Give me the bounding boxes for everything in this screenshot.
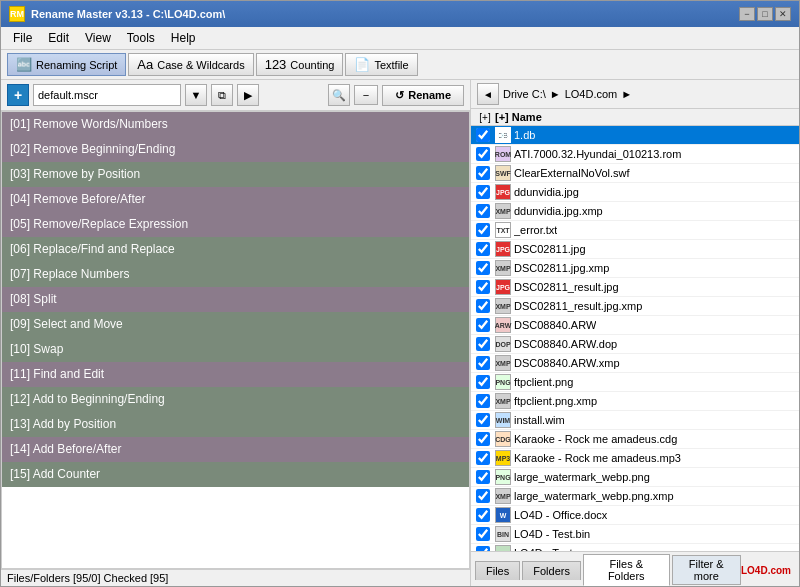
table-row[interactable]: BIN LO4D - Test.bin bbox=[471, 525, 799, 544]
nav-back-button[interactable]: ◄ bbox=[477, 83, 499, 105]
file-checkbox[interactable] bbox=[475, 299, 491, 313]
table-row[interactable]: PNG large_watermark_webp.png bbox=[471, 468, 799, 487]
list-item[interactable]: [10] Swap bbox=[2, 337, 469, 362]
script-dropdown-button[interactable]: ▼ bbox=[185, 84, 207, 106]
list-item[interactable]: [09] Select and Move bbox=[2, 312, 469, 337]
script-toolbar: + ▼ ⧉ ▶ 🔍 − ↺ Rename bbox=[1, 80, 470, 111]
table-row[interactable]: JPG DSC02811.jpg bbox=[471, 240, 799, 259]
table-row[interactable]: WIM install.wim bbox=[471, 411, 799, 430]
file-checkbox[interactable] bbox=[475, 337, 491, 351]
file-checkbox[interactable] bbox=[475, 128, 491, 142]
file-checkbox[interactable] bbox=[475, 261, 491, 275]
list-item[interactable]: [06] Replace/Find and Replace bbox=[2, 237, 469, 262]
minimize-button[interactable]: − bbox=[739, 7, 755, 21]
file-checkbox[interactable] bbox=[475, 470, 491, 484]
menu-help[interactable]: Help bbox=[163, 29, 204, 47]
file-name: DSC02811.jpg.xmp bbox=[514, 262, 609, 274]
filter-button[interactable]: Filter & more bbox=[672, 555, 741, 585]
list-item[interactable]: [15] Add Counter bbox=[2, 462, 469, 487]
rename-button[interactable]: ↺ Rename bbox=[382, 85, 464, 106]
file-checkbox[interactable] bbox=[475, 356, 491, 370]
list-item[interactable]: [13] Add by Position bbox=[2, 412, 469, 437]
list-item[interactable]: [11] Find and Edit bbox=[2, 362, 469, 387]
file-name: DSC02811_result.jpg.xmp bbox=[514, 300, 642, 312]
file-checkbox[interactable] bbox=[475, 508, 491, 522]
list-item[interactable]: [12] Add to Beginning/Ending bbox=[2, 387, 469, 412]
textfile-icon: 📄 bbox=[354, 57, 370, 72]
table-row[interactable]: ROM ATI.7000.32.Hyundai_010213.rom bbox=[471, 145, 799, 164]
file-checkbox[interactable] bbox=[475, 394, 491, 408]
script-arrow-button[interactable]: ▶ bbox=[237, 84, 259, 106]
menu-tools[interactable]: Tools bbox=[119, 29, 163, 47]
tab-files[interactable]: Files bbox=[475, 561, 520, 580]
table-row[interactable]: SWF ClearExternalNoVol.swf bbox=[471, 164, 799, 183]
file-checkbox[interactable] bbox=[475, 451, 491, 465]
file-name: Karaoke - Rock me amadeus.mp3 bbox=[514, 452, 681, 464]
window-title: Rename Master v3.13 - C:\LO4D.com\ bbox=[31, 8, 225, 20]
file-toolbar: ◄ Drive C:\ ► LO4D.com ► bbox=[471, 80, 799, 109]
header-check: [+] bbox=[475, 112, 495, 123]
file-checkbox[interactable] bbox=[475, 166, 491, 180]
table-row[interactable]: CDG Karaoke - Rock me amadeus.cdg bbox=[471, 430, 799, 449]
table-row[interactable]: JPG DSC02811_result.jpg bbox=[471, 278, 799, 297]
toolbar-case-wildcards[interactable]: Aa Case & Wildcards bbox=[128, 53, 253, 76]
table-row[interactable]: DOP DSC08840.ARW.dop bbox=[471, 335, 799, 354]
list-item[interactable]: [08] Split bbox=[2, 287, 469, 312]
list-item[interactable]: [05] Remove/Replace Expression bbox=[2, 212, 469, 237]
list-item[interactable]: [14] Add Before/After bbox=[2, 437, 469, 462]
file-checkbox[interactable] bbox=[475, 375, 491, 389]
dash-button[interactable]: − bbox=[354, 85, 378, 105]
file-checkbox[interactable] bbox=[475, 280, 491, 294]
table-row[interactable]: XMP DSC02811.jpg.xmp bbox=[471, 259, 799, 278]
list-item[interactable]: [04] Remove Before/After bbox=[2, 187, 469, 212]
file-checkbox[interactable] bbox=[475, 489, 491, 503]
list-item[interactable]: [01] Remove Words/Numbers bbox=[2, 112, 469, 137]
toolbar-textfile[interactable]: 📄 Textfile bbox=[345, 53, 417, 76]
add-script-button[interactable]: + bbox=[7, 84, 29, 106]
file-checkbox[interactable] bbox=[475, 242, 491, 256]
file-checkbox[interactable] bbox=[475, 185, 491, 199]
file-checkbox[interactable] bbox=[475, 147, 491, 161]
menu-edit[interactable]: Edit bbox=[40, 29, 77, 47]
file-name: ftpclient.png bbox=[514, 376, 573, 388]
breadcrumb-sep2: ► bbox=[621, 88, 632, 100]
search-button[interactable]: 🔍 bbox=[328, 84, 350, 106]
list-item[interactable]: [07] Replace Numbers bbox=[2, 262, 469, 287]
menu-file[interactable]: File bbox=[5, 29, 40, 47]
table-row[interactable]: XMP DSC02811_result.jpg.xmp bbox=[471, 297, 799, 316]
file-checkbox[interactable] bbox=[475, 527, 491, 541]
menu-view[interactable]: View bbox=[77, 29, 119, 47]
table-row[interactable]: JPG ddunvidia.jpg bbox=[471, 183, 799, 202]
table-row[interactable]: TXT _error.txt bbox=[471, 221, 799, 240]
table-row[interactable]: EXE LO4D - Test.exe bbox=[471, 544, 799, 551]
table-row[interactable]: MP3 Karaoke - Rock me amadeus.mp3 bbox=[471, 449, 799, 468]
toolbar-counting[interactable]: 123 Counting bbox=[256, 53, 344, 76]
table-row[interactable]: ARW DSC08840.ARW bbox=[471, 316, 799, 335]
list-item[interactable]: [02] Remove Beginning/Ending bbox=[2, 137, 469, 162]
file-checkbox[interactable] bbox=[475, 223, 491, 237]
file-checkbox[interactable] bbox=[475, 432, 491, 446]
table-row[interactable]: DB 1.db bbox=[471, 126, 799, 145]
file-name: Karaoke - Rock me amadeus.cdg bbox=[514, 433, 677, 445]
close-button[interactable]: ✕ bbox=[775, 7, 791, 21]
table-row[interactable]: W LO4D - Office.docx bbox=[471, 506, 799, 525]
tab-files-folders[interactable]: Files & Folders bbox=[583, 554, 670, 586]
maximize-button[interactable]: □ bbox=[757, 7, 773, 21]
table-row[interactable]: PNG ftpclient.png bbox=[471, 373, 799, 392]
script-name-input[interactable] bbox=[33, 84, 181, 106]
script-copy-button[interactable]: ⧉ bbox=[211, 84, 233, 106]
table-row[interactable]: XMP large_watermark_webp.png.xmp bbox=[471, 487, 799, 506]
table-row[interactable]: XMP ftpclient.png.xmp bbox=[471, 392, 799, 411]
table-row[interactable]: XMP ddunvidia.jpg.xmp bbox=[471, 202, 799, 221]
status-text: Files/Folders [95/0] Checked [95] bbox=[7, 572, 168, 584]
file-checkbox[interactable] bbox=[475, 204, 491, 218]
list-item[interactable]: [03] Remove by Position bbox=[2, 162, 469, 187]
table-row[interactable]: XMP DSC08840.ARW.xmp bbox=[471, 354, 799, 373]
bottom-tabs: Files Folders Files & Folders Filter & m… bbox=[471, 551, 799, 586]
tab-folders[interactable]: Folders bbox=[522, 561, 581, 580]
file-name: large_watermark_webp.png bbox=[514, 471, 650, 483]
file-checkbox[interactable] bbox=[475, 413, 491, 427]
file-checkbox[interactable] bbox=[475, 318, 491, 332]
toolbar-renaming-script[interactable]: 🔤 Renaming Script bbox=[7, 53, 126, 76]
file-type-icon: DB bbox=[495, 127, 511, 143]
